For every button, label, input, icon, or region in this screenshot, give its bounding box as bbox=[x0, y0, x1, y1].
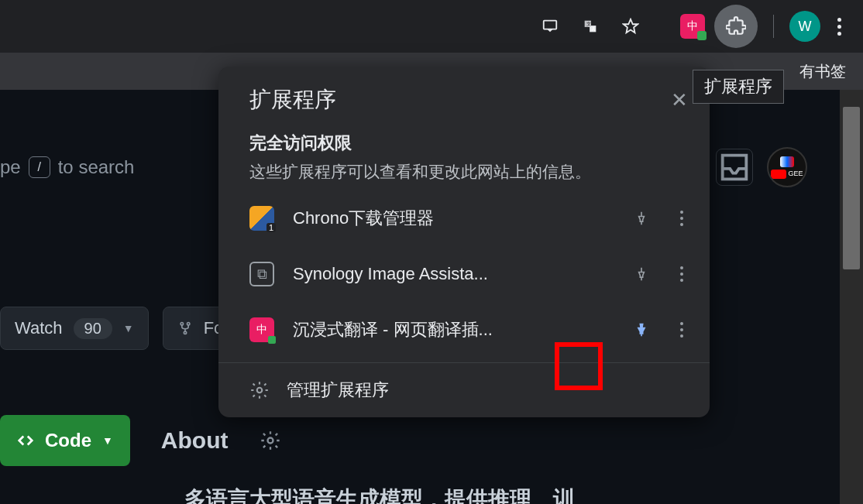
browser-toolbar: 文A 中 W bbox=[0, 0, 863, 53]
about-heading: About bbox=[161, 427, 229, 454]
scrollbar-thumb[interactable] bbox=[843, 107, 860, 269]
toolbar-divider bbox=[773, 15, 774, 38]
pin-icon[interactable] bbox=[626, 259, 657, 290]
svg-point-14 bbox=[257, 388, 263, 393]
extension-icon bbox=[249, 206, 274, 231]
scrollbar[interactable] bbox=[840, 90, 863, 504]
popup-title: 扩展程序 bbox=[249, 85, 336, 115]
cast-icon[interactable] bbox=[535, 11, 566, 42]
translate-icon[interactable]: 文A bbox=[575, 11, 606, 42]
search-hint-post: to search bbox=[58, 156, 135, 178]
code-about-row: Code ▼ About bbox=[0, 415, 281, 466]
gear-icon bbox=[249, 380, 270, 400]
extension-menu-icon[interactable] bbox=[676, 322, 688, 338]
access-description: 这些扩展程序可以查看和更改此网站上的信息。 bbox=[249, 161, 679, 183]
extension-icon: ⧉ bbox=[249, 262, 274, 286]
extension-item-synology[interactable]: ⧉ Synology Image Assista... bbox=[218, 246, 710, 302]
inbox-icon[interactable] bbox=[716, 149, 753, 186]
code-label: Code bbox=[45, 430, 91, 451]
close-icon[interactable]: ✕ bbox=[671, 88, 688, 112]
bookmark-star-icon[interactable] bbox=[615, 11, 646, 42]
pin-icon[interactable] bbox=[626, 203, 657, 234]
browser-menu-icon[interactable] bbox=[830, 18, 849, 36]
bookmarks-text[interactable]: 有书签 bbox=[799, 61, 846, 82]
access-heading: 完全访问权限 bbox=[249, 132, 679, 155]
profile-avatar[interactable]: W bbox=[789, 11, 820, 42]
extensions-popup: 扩展程序 ✕ 完全访问权限 这些扩展程序可以查看和更改此网站上的信息。 Chro… bbox=[218, 67, 710, 417]
extension-item-immersive[interactable]: 中 沉浸式翻译 - 网页翻译插... bbox=[218, 302, 710, 358]
svg-point-13 bbox=[267, 438, 273, 444]
watch-count: 90 bbox=[74, 318, 112, 339]
search-hint-pre: pe bbox=[0, 156, 21, 178]
watch-label: Watch bbox=[15, 318, 63, 338]
extensions-tooltip: 扩展程序 bbox=[693, 70, 784, 104]
svg-text:文: 文 bbox=[586, 21, 591, 26]
repo-description: 多语言大型语音生成模型，提供推理、训 bbox=[184, 485, 575, 504]
svg-point-12 bbox=[184, 331, 186, 334]
extension-name: 沉浸式翻译 - 网页翻译插... bbox=[293, 318, 607, 341]
svg-text:A: A bbox=[592, 26, 596, 32]
code-button[interactable]: Code ▼ bbox=[0, 415, 130, 466]
slash-key-icon: / bbox=[29, 156, 50, 178]
pinned-extension-immersive[interactable]: 中 bbox=[680, 14, 705, 39]
extension-name: Chrono下载管理器 bbox=[293, 207, 607, 230]
extensions-button[interactable] bbox=[714, 5, 758, 48]
org-avatar[interactable]: GEE bbox=[767, 147, 807, 187]
extension-name: Synology Image Assista... bbox=[293, 264, 607, 284]
svg-rect-0 bbox=[544, 21, 557, 29]
search-hint[interactable]: pe / to search bbox=[0, 156, 134, 178]
manage-extensions-label: 管理扩展程序 bbox=[287, 379, 389, 402]
watch-button[interactable]: Watch 90 ▼ bbox=[0, 307, 149, 350]
extension-menu-icon[interactable] bbox=[676, 266, 688, 282]
popup-footer[interactable]: 管理扩展程序 bbox=[218, 362, 710, 417]
pin-icon[interactable] bbox=[626, 314, 657, 345]
svg-point-10 bbox=[181, 323, 183, 325]
extensions-list: Chrono下载管理器 ⧉ Synology Image Assista... … bbox=[218, 186, 710, 362]
extension-item-chrono[interactable]: Chrono下载管理器 bbox=[218, 190, 710, 246]
extension-icon: 中 bbox=[249, 317, 274, 342]
svg-point-11 bbox=[187, 323, 189, 325]
extension-menu-icon[interactable] bbox=[676, 211, 688, 226]
gear-icon[interactable] bbox=[260, 430, 281, 451]
org-avatar-label: GEE bbox=[788, 170, 803, 177]
